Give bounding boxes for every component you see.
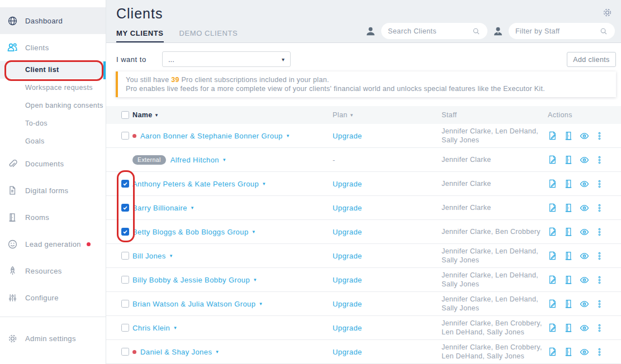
chevron-down-icon[interactable]: ▾	[170, 253, 173, 258]
plan-upgrade-link[interactable]: Upgrade	[333, 348, 362, 356]
row-checkbox[interactable]	[121, 228, 129, 236]
door-icon[interactable]	[563, 323, 573, 333]
plan-upgrade-link[interactable]: Upgrade	[333, 228, 362, 236]
chevron-down-icon[interactable]: ▾	[174, 325, 177, 331]
client-name-link[interactable]: Barry Billionaire	[132, 204, 187, 212]
sidebar-item-goals[interactable]: Goals	[0, 132, 106, 150]
edit-document-icon[interactable]	[548, 179, 558, 189]
sidebar-item-admin-settings[interactable]: Admin settings	[0, 325, 106, 352]
door-icon[interactable]	[563, 299, 573, 309]
client-name-link[interactable]: Bill Jones	[132, 252, 166, 260]
edit-document-icon[interactable]	[548, 251, 558, 261]
chevron-down-icon[interactable]: ▾	[253, 229, 255, 234]
search-clients-input[interactable]	[388, 27, 472, 35]
column-header-plan[interactable]: Plan	[333, 111, 348, 119]
kebab-menu-icon[interactable]	[595, 275, 604, 285]
door-icon[interactable]	[563, 251, 573, 261]
client-name-link[interactable]: Alfred Hitchon	[170, 156, 219, 164]
select-all-checkbox[interactable]	[121, 111, 129, 119]
eye-icon[interactable]	[579, 251, 590, 261]
sidebar-item-to-dos[interactable]: To-dos	[0, 114, 106, 132]
door-icon[interactable]	[563, 131, 573, 141]
eye-icon[interactable]	[579, 179, 590, 189]
kebab-menu-icon[interactable]	[595, 179, 604, 189]
edit-document-icon[interactable]	[548, 347, 558, 357]
sidebar-item-workspace-requests[interactable]: Workspace requests	[0, 79, 106, 97]
plan-upgrade-link[interactable]: Upgrade	[333, 276, 362, 284]
eye-icon[interactable]	[579, 275, 590, 285]
edit-document-icon[interactable]	[548, 155, 558, 165]
chevron-down-icon[interactable]: ▾	[223, 157, 226, 162]
kebab-menu-icon[interactable]	[595, 299, 604, 309]
sidebar-item-client-list[interactable]: Client list	[0, 61, 106, 79]
eye-icon[interactable]	[579, 347, 590, 357]
door-icon[interactable]	[563, 347, 573, 357]
plan-upgrade-link[interactable]: Upgrade	[333, 252, 362, 260]
chevron-down-icon[interactable]: ▾	[254, 277, 257, 282]
edit-document-icon[interactable]	[548, 203, 558, 213]
kebab-menu-icon[interactable]	[595, 347, 604, 357]
plan-upgrade-link[interactable]: Upgrade	[333, 204, 362, 212]
search-icon[interactable]	[599, 27, 608, 36]
sidebar-item-configure[interactable]: Configure	[0, 284, 106, 311]
client-name-link[interactable]: Betty Bloggs & Bob Bloggs Group	[132, 228, 249, 236]
client-name-link[interactable]: Billy Bobby & Jessie Bobby Group	[132, 276, 250, 284]
chevron-down-icon[interactable]: ▾	[287, 133, 290, 138]
chevron-down-icon[interactable]: ▾	[216, 349, 219, 355]
row-checkbox[interactable]	[121, 300, 129, 308]
search-icon[interactable]	[472, 27, 481, 36]
chevron-down-icon[interactable]: ▾	[191, 205, 194, 210]
tab-my-clients[interactable]: MY CLIENTS	[116, 29, 164, 42]
kebab-menu-icon[interactable]	[595, 251, 604, 261]
plan-upgrade-link[interactable]: Upgrade	[333, 180, 362, 188]
sidebar-item-lead-generation[interactable]: Lead generation	[0, 231, 106, 257]
plan-upgrade-link[interactable]: Upgrade	[333, 300, 362, 308]
client-name-link[interactable]: Aaron Bonner & Stephanie Bonner Group	[140, 132, 283, 140]
chevron-down-icon[interactable]: ▾	[263, 181, 266, 186]
row-checkbox[interactable]	[121, 180, 129, 188]
eye-icon[interactable]	[579, 299, 590, 309]
sidebar-item-rooms[interactable]: Rooms	[0, 204, 106, 231]
i-want-to-dropdown[interactable]: ... ▾	[162, 51, 291, 67]
row-checkbox[interactable]	[121, 276, 129, 284]
client-name-link[interactable]: Chris Klein	[132, 324, 170, 332]
client-name-link[interactable]: Anthony Peters & Kate Peters Group	[132, 180, 259, 188]
plan-upgrade-link[interactable]: Upgrade	[333, 324, 362, 332]
kebab-menu-icon[interactable]	[595, 203, 604, 213]
client-name-link[interactable]: Daniel & Shay Jones	[140, 348, 212, 356]
row-checkbox[interactable]	[121, 204, 129, 212]
door-icon[interactable]	[563, 155, 573, 165]
door-icon[interactable]	[563, 227, 573, 237]
edit-document-icon[interactable]	[548, 323, 558, 333]
edit-document-icon[interactable]	[548, 299, 558, 309]
chevron-down-icon[interactable]: ▾	[259, 301, 262, 306]
row-checkbox[interactable]	[121, 252, 129, 260]
tab-demo-clients[interactable]: DEMO CLIENTS	[179, 29, 238, 42]
row-checkbox[interactable]	[121, 348, 129, 356]
row-checkbox[interactable]	[121, 132, 129, 140]
sidebar-item-resources[interactable]: Resources	[0, 257, 106, 284]
door-icon[interactable]	[563, 203, 573, 213]
eye-icon[interactable]	[579, 227, 590, 237]
sidebar-item-clients[interactable]: Clients	[0, 34, 106, 61]
edit-document-icon[interactable]	[548, 131, 558, 141]
sort-caret-icon[interactable]: ▾	[350, 112, 353, 118]
kebab-menu-icon[interactable]	[595, 323, 604, 333]
edit-document-icon[interactable]	[548, 227, 558, 237]
plan-upgrade-link[interactable]: -	[333, 156, 335, 164]
eye-icon[interactable]	[579, 155, 590, 165]
client-name-link[interactable]: Brian Watson & Julia Watson Group	[132, 300, 255, 308]
column-header-name[interactable]: Name	[132, 111, 153, 119]
kebab-menu-icon[interactable]	[595, 131, 604, 141]
edit-document-icon[interactable]	[548, 275, 558, 285]
sidebar-item-digital-forms[interactable]: Digital forms	[0, 177, 106, 204]
sort-caret-icon[interactable]: ▾	[155, 112, 158, 118]
kebab-menu-icon[interactable]	[595, 227, 604, 237]
plan-upgrade-link[interactable]: Upgrade	[333, 132, 362, 140]
eye-icon[interactable]	[579, 203, 590, 213]
sidebar-item-documents[interactable]: Documents	[0, 150, 106, 177]
door-icon[interactable]	[563, 179, 573, 189]
eye-icon[interactable]	[579, 323, 590, 333]
door-icon[interactable]	[563, 275, 573, 285]
sidebar-item-open-banking-consents[interactable]: Open banking consents	[0, 97, 106, 114]
